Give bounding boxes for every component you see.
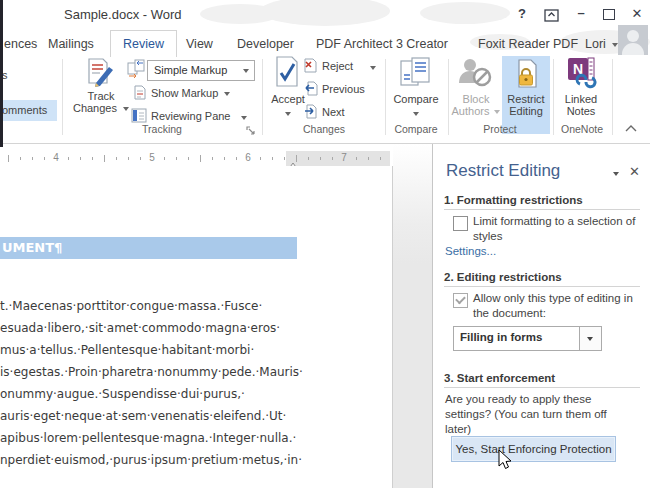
pane-close-icon[interactable]: ✕	[629, 164, 640, 179]
document-text-line[interactable]: mus·a·tellus.·Pellentesque·habitant·morb…	[0, 343, 254, 357]
ruler-ticks	[8, 151, 390, 166]
avatar-head	[627, 30, 639, 42]
limit-formatting-checkbox[interactable]	[453, 216, 468, 231]
horizontal-ruler[interactable]: 4 5 6 7	[0, 151, 392, 166]
document-text-line[interactable]: apibus·lorem·pellentesque·magna.·Integer…	[0, 431, 296, 445]
avatar-body	[622, 43, 644, 55]
tab-mailings[interactable]: Mailings	[48, 31, 94, 58]
mouse-cursor	[498, 450, 512, 475]
restrict-editing-icon	[514, 59, 539, 93]
accept-chevron-icon[interactable]	[285, 112, 291, 116]
track-changes-icon	[86, 58, 116, 93]
compare-icon	[400, 57, 432, 94]
restrict-editing-label1: Restrict	[507, 93, 544, 105]
group-label-changes: Changes	[274, 123, 374, 135]
formatting-restrictions-heading: 1. Formatting restrictions	[444, 194, 583, 206]
editing-type-dropdown[interactable]: Filling in forms	[453, 326, 602, 351]
ruler-number: 6	[242, 152, 254, 163]
allow-editing-checkbox[interactable]	[453, 293, 468, 308]
compare-chevron-icon[interactable]	[413, 112, 419, 116]
pane-menu-chevron-icon[interactable]	[613, 172, 619, 176]
show-comments-button[interactable]: omments	[0, 100, 57, 121]
previous-change-button[interactable]: Previous	[322, 83, 365, 95]
checkmark-icon	[455, 294, 466, 305]
start-enforcement-heading: 3. Start enforcement	[444, 372, 555, 384]
section-rule	[444, 209, 640, 210]
document-text-line[interactable]: esuada·libero,·sit·amet·commodo·magna·er…	[0, 321, 280, 335]
tab-foxit-reader[interactable]: Foxit Reader PDF	[478, 31, 578, 58]
block-authors-icon	[458, 57, 492, 93]
reject-button[interactable]: Reject	[322, 60, 353, 72]
cloud-decoration	[420, 2, 510, 24]
dropdown-button[interactable]	[579, 327, 601, 350]
tab-references-partial[interactable]: ences	[4, 31, 37, 58]
allow-editing-label: Allow only this type of editing in the d…	[473, 291, 641, 321]
editing-restrictions-heading: 2. Editing restrictions	[444, 271, 562, 283]
reject-chevron-icon[interactable]	[370, 66, 376, 70]
enforcement-prompt: Are you ready to apply these settings? (…	[445, 392, 627, 437]
block-authors-button: Block Authors	[450, 93, 502, 117]
start-enforcing-button[interactable]: Yes, Start Enforcing Protection	[451, 436, 616, 462]
ruler-number: 5	[146, 152, 158, 163]
document-text-line[interactable]: auris·eget·neque·at·sem·venenatis·eleife…	[0, 409, 286, 423]
heading-text: UMENT¶	[2, 240, 62, 255]
show-markup-button[interactable]: Show Markup	[151, 87, 230, 99]
linked-notes-label1: Linked	[565, 93, 597, 105]
show-markup-icon	[133, 85, 146, 104]
previous-label: Previous	[322, 83, 365, 95]
track-changes-button[interactable]: Track Changes	[72, 90, 130, 114]
tab-pdf-architect[interactable]: PDF Architect 3 Creator	[316, 31, 448, 58]
document-page[interactable]: UMENT¶ t.·Maecenas·porttitor·congue·mass…	[0, 166, 392, 488]
page-right-edge	[392, 166, 393, 488]
next-change-icon	[303, 104, 318, 123]
next-change-button[interactable]: Next	[322, 106, 345, 118]
tab-developer[interactable]: Developer	[237, 31, 294, 58]
reviewing-pane-chevron-icon[interactable]	[241, 116, 247, 120]
avatar[interactable]	[618, 25, 648, 55]
document-text-line[interactable]: is·egestas.·Proin·pharetra·nonummy·pede.…	[0, 365, 303, 379]
document-text-line[interactable]: onummy·augue.·Suspendisse·dui·purus,·	[0, 387, 245, 401]
reviewing-pane-button[interactable]: Reviewing Pane	[151, 110, 231, 122]
linked-notes-button[interactable]: Linked Notes	[555, 93, 607, 117]
tracking-dialog-launcher-icon[interactable]	[246, 122, 256, 140]
block-authors-label2: Authors	[452, 105, 490, 117]
reject-label: Reject	[322, 60, 353, 72]
maximize-icon[interactable]	[603, 9, 615, 20]
ruler-number: 4	[50, 152, 62, 163]
editing-type-value: Filling in forms	[460, 331, 542, 343]
cloud-decoration	[260, 0, 390, 26]
collapse-ribbon-icon[interactable]	[624, 120, 638, 138]
display-for-review-chevron-icon	[243, 69, 249, 73]
tab-view[interactable]: View	[186, 31, 213, 58]
show-markup-label: Show Markup	[151, 87, 218, 99]
minimize-icon[interactable]: –	[573, 5, 589, 20]
ruler-number: 7	[338, 152, 350, 163]
pane-title: Restrict Editing	[446, 161, 560, 181]
restrict-editing-pane: Restrict Editing ✕ 1. Formatting restric…	[432, 144, 650, 488]
accept-label: Accept	[271, 93, 305, 105]
linked-notes-label2: Notes	[567, 105, 596, 117]
selected-heading[interactable]: UMENT¶	[0, 237, 297, 259]
display-for-review-value: Simple Markup	[154, 64, 227, 76]
document-canvas	[393, 144, 432, 488]
settings-link[interactable]: Settings...	[445, 245, 496, 257]
track-changes-label2: Changes	[73, 102, 117, 114]
window-left-edge	[0, 0, 3, 147]
display-for-review-dropdown[interactable]: Simple Markup	[147, 60, 255, 81]
compare-button[interactable]: Compare	[389, 93, 443, 105]
linked-notes-icon: N	[567, 57, 599, 93]
close-icon[interactable]: ✕	[629, 6, 645, 21]
track-changes-chevron-icon	[123, 107, 129, 111]
restrict-editing-labels: Restrict Editing	[498, 93, 554, 117]
group-separator	[62, 59, 63, 135]
help-icon[interactable]: ?	[514, 6, 530, 21]
user-name[interactable]: Lori	[585, 31, 606, 58]
section-rule	[444, 387, 640, 388]
ribbon-display-options-icon[interactable]	[544, 8, 559, 26]
previous-change-icon	[303, 81, 318, 100]
tab-review[interactable]: Review	[110, 30, 177, 57]
restrict-editing-label2: Editing	[509, 105, 543, 117]
block-authors-label1: Block	[463, 93, 490, 105]
document-text-line[interactable]: nperdiet·euismod,·purus·ipsum·pretium·me…	[0, 453, 302, 467]
document-text-line[interactable]: t.·Maecenas·porttitor·congue·massa.·Fusc…	[0, 299, 262, 313]
